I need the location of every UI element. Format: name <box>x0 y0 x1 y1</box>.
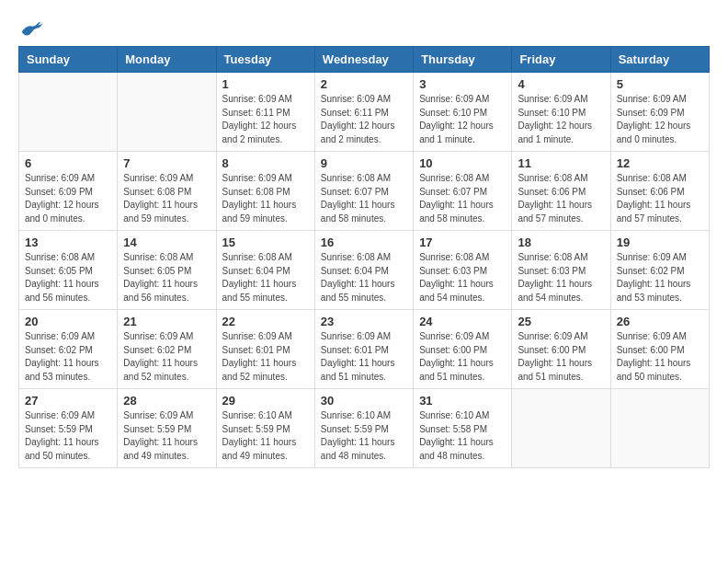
calendar-cell: 2Sunrise: 6:09 AM Sunset: 6:11 PM Daylig… <box>314 73 413 152</box>
day-number: 5 <box>617 77 703 91</box>
calendar-cell: 4Sunrise: 6:09 AM Sunset: 6:10 PM Daylig… <box>512 73 610 152</box>
day-info: Sunrise: 6:10 AM Sunset: 5:59 PM Dayligh… <box>321 409 407 463</box>
day-info: Sunrise: 6:09 AM Sunset: 6:01 PM Dayligh… <box>321 330 407 384</box>
weekday-header: Wednesday <box>314 47 413 73</box>
calendar-week-row: 1Sunrise: 6:09 AM Sunset: 6:11 PM Daylig… <box>19 73 710 152</box>
day-number: 26 <box>617 315 703 328</box>
day-info: Sunrise: 6:09 AM Sunset: 6:02 PM Dayligh… <box>617 251 703 304</box>
day-number: 19 <box>617 236 703 249</box>
day-number: 1 <box>222 77 309 91</box>
weekday-header: Thursday <box>414 47 512 73</box>
day-info: Sunrise: 6:09 AM Sunset: 6:09 PM Dayligh… <box>25 172 111 225</box>
day-info: Sunrise: 6:09 AM Sunset: 6:02 PM Dayligh… <box>25 330 111 384</box>
day-number: 24 <box>419 315 506 328</box>
weekday-header: Friday <box>512 47 610 73</box>
day-number: 4 <box>518 77 604 91</box>
day-number: 9 <box>321 156 407 170</box>
calendar-cell: 29Sunrise: 6:10 AM Sunset: 5:59 PM Dayli… <box>216 389 314 468</box>
calendar-cell: 1Sunrise: 6:09 AM Sunset: 6:11 PM Daylig… <box>216 73 314 152</box>
day-number: 15 <box>222 236 309 249</box>
calendar-cell: 25Sunrise: 6:09 AM Sunset: 6:00 PM Dayli… <box>512 310 610 389</box>
calendar-cell: 3Sunrise: 6:09 AM Sunset: 6:10 PM Daylig… <box>414 73 512 152</box>
day-info: Sunrise: 6:10 AM Sunset: 5:58 PM Dayligh… <box>419 409 506 463</box>
calendar-cell: 10Sunrise: 6:08 AM Sunset: 6:07 PM Dayli… <box>414 152 512 231</box>
day-info: Sunrise: 6:09 AM Sunset: 6:00 PM Dayligh… <box>617 330 703 384</box>
calendar-cell: 12Sunrise: 6:08 AM Sunset: 6:06 PM Dayli… <box>610 152 709 231</box>
calendar-cell: 19Sunrise: 6:09 AM Sunset: 6:02 PM Dayli… <box>610 231 709 310</box>
day-info: Sunrise: 6:09 AM Sunset: 6:11 PM Dayligh… <box>321 93 407 146</box>
logo <box>18 18 42 37</box>
day-info: Sunrise: 6:09 AM Sunset: 6:10 PM Dayligh… <box>419 93 506 146</box>
calendar-cell: 9Sunrise: 6:08 AM Sunset: 6:07 PM Daylig… <box>314 152 413 231</box>
weekday-header: Sunday <box>19 47 118 73</box>
day-number: 2 <box>321 77 407 91</box>
calendar-cell: 18Sunrise: 6:08 AM Sunset: 6:03 PM Dayli… <box>512 231 610 310</box>
day-number: 23 <box>321 315 407 328</box>
day-number: 18 <box>518 236 604 249</box>
day-number: 31 <box>419 394 506 408</box>
day-number: 20 <box>25 315 111 328</box>
day-info: Sunrise: 6:09 AM Sunset: 6:09 PM Dayligh… <box>617 93 703 146</box>
day-number: 17 <box>419 236 506 249</box>
day-info: Sunrise: 6:08 AM Sunset: 6:06 PM Dayligh… <box>617 172 703 225</box>
day-number: 21 <box>123 315 210 328</box>
day-info: Sunrise: 6:09 AM Sunset: 5:59 PM Dayligh… <box>25 409 111 463</box>
calendar-week-row: 13Sunrise: 6:08 AM Sunset: 6:05 PM Dayli… <box>19 231 710 310</box>
day-info: Sunrise: 6:08 AM Sunset: 6:04 PM Dayligh… <box>321 251 407 304</box>
calendar-cell: 21Sunrise: 6:09 AM Sunset: 6:02 PM Dayli… <box>118 310 216 389</box>
day-number: 28 <box>123 394 210 408</box>
day-info: Sunrise: 6:09 AM Sunset: 6:10 PM Dayligh… <box>518 93 604 146</box>
calendar-cell <box>610 389 709 468</box>
calendar-cell: 28Sunrise: 6:09 AM Sunset: 5:59 PM Dayli… <box>118 389 216 468</box>
day-info: Sunrise: 6:08 AM Sunset: 6:03 PM Dayligh… <box>518 251 604 304</box>
day-info: Sunrise: 6:09 AM Sunset: 6:00 PM Dayligh… <box>518 330 604 384</box>
calendar-cell: 11Sunrise: 6:08 AM Sunset: 6:06 PM Dayli… <box>512 152 610 231</box>
calendar-cell: 15Sunrise: 6:08 AM Sunset: 6:04 PM Dayli… <box>216 231 314 310</box>
day-info: Sunrise: 6:08 AM Sunset: 6:05 PM Dayligh… <box>123 251 210 304</box>
calendar-cell: 23Sunrise: 6:09 AM Sunset: 6:01 PM Dayli… <box>314 310 413 389</box>
weekday-header: Monday <box>118 47 216 73</box>
calendar-cell: 13Sunrise: 6:08 AM Sunset: 6:05 PM Dayli… <box>19 231 118 310</box>
day-number: 14 <box>123 236 210 249</box>
calendar-cell: 14Sunrise: 6:08 AM Sunset: 6:05 PM Dayli… <box>118 231 216 310</box>
day-number: 3 <box>419 77 506 91</box>
calendar-cell: 8Sunrise: 6:09 AM Sunset: 6:08 PM Daylig… <box>216 152 314 231</box>
calendar-cell: 27Sunrise: 6:09 AM Sunset: 5:59 PM Dayli… <box>19 389 118 468</box>
day-number: 25 <box>518 315 604 328</box>
calendar-cell: 16Sunrise: 6:08 AM Sunset: 6:04 PM Dayli… <box>314 231 413 310</box>
day-info: Sunrise: 6:09 AM Sunset: 6:00 PM Dayligh… <box>419 330 506 384</box>
day-number: 11 <box>518 156 604 170</box>
day-info: Sunrise: 6:08 AM Sunset: 6:05 PM Dayligh… <box>25 251 111 304</box>
calendar-cell: 17Sunrise: 6:08 AM Sunset: 6:03 PM Dayli… <box>414 231 512 310</box>
logo-bird-icon <box>20 18 42 37</box>
calendar-week-row: 20Sunrise: 6:09 AM Sunset: 6:02 PM Dayli… <box>19 310 710 389</box>
calendar-cell <box>19 73 118 152</box>
day-info: Sunrise: 6:08 AM Sunset: 6:04 PM Dayligh… <box>222 251 309 304</box>
day-info: Sunrise: 6:10 AM Sunset: 5:59 PM Dayligh… <box>222 409 309 463</box>
day-info: Sunrise: 6:09 AM Sunset: 6:11 PM Dayligh… <box>222 93 309 146</box>
day-info: Sunrise: 6:09 AM Sunset: 5:59 PM Dayligh… <box>123 409 210 463</box>
day-info: Sunrise: 6:09 AM Sunset: 6:01 PM Dayligh… <box>222 330 309 384</box>
weekday-header: Tuesday <box>216 47 314 73</box>
calendar-cell: 30Sunrise: 6:10 AM Sunset: 5:59 PM Dayli… <box>314 389 413 468</box>
calendar-table: SundayMondayTuesdayWednesdayThursdayFrid… <box>18 46 710 468</box>
calendar-cell: 31Sunrise: 6:10 AM Sunset: 5:58 PM Dayli… <box>414 389 512 468</box>
day-number: 10 <box>419 156 506 170</box>
day-number: 6 <box>25 156 111 170</box>
calendar-week-row: 27Sunrise: 6:09 AM Sunset: 5:59 PM Dayli… <box>19 389 710 468</box>
day-number: 13 <box>25 236 111 249</box>
calendar-cell: 7Sunrise: 6:09 AM Sunset: 6:08 PM Daylig… <box>118 152 216 231</box>
weekday-header: Saturday <box>610 47 709 73</box>
calendar-cell: 6Sunrise: 6:09 AM Sunset: 6:09 PM Daylig… <box>19 152 118 231</box>
calendar-header-row: SundayMondayTuesdayWednesdayThursdayFrid… <box>19 47 710 73</box>
calendar-cell: 5Sunrise: 6:09 AM Sunset: 6:09 PM Daylig… <box>610 73 709 152</box>
calendar-week-row: 6Sunrise: 6:09 AM Sunset: 6:09 PM Daylig… <box>19 152 710 231</box>
day-info: Sunrise: 6:09 AM Sunset: 6:08 PM Dayligh… <box>123 172 210 225</box>
calendar-cell: 26Sunrise: 6:09 AM Sunset: 6:00 PM Dayli… <box>610 310 709 389</box>
day-number: 27 <box>25 394 111 408</box>
day-info: Sunrise: 6:08 AM Sunset: 6:03 PM Dayligh… <box>419 251 506 304</box>
calendar-cell: 24Sunrise: 6:09 AM Sunset: 6:00 PM Dayli… <box>414 310 512 389</box>
calendar-cell <box>118 73 216 152</box>
day-info: Sunrise: 6:08 AM Sunset: 6:07 PM Dayligh… <box>419 172 506 225</box>
day-number: 12 <box>617 156 703 170</box>
